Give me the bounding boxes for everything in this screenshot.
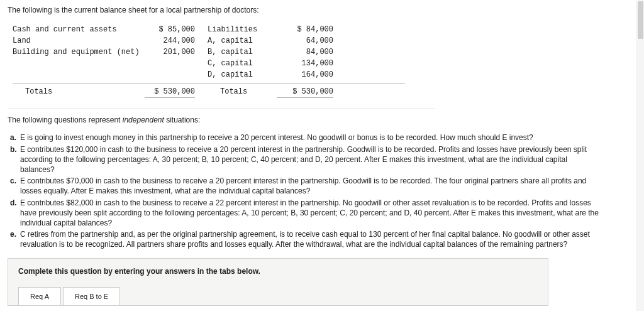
asset-amount: 201,000 <box>145 46 195 58</box>
tab-req-a[interactable]: Req A <box>18 287 61 306</box>
liab-label: C, capital <box>208 58 277 69</box>
liab-label: D, capital <box>208 69 277 80</box>
question-letter: a. <box>10 133 20 143</box>
liab-amount: 84,000 <box>277 46 333 58</box>
question-item: a. E is going to invest enough money in … <box>10 133 599 143</box>
independent-situations-line: The following questions represent indepe… <box>8 115 636 125</box>
liab-amount: $ 84,000 <box>277 24 333 35</box>
question-text: C retires from the partnership and, as p… <box>20 229 599 249</box>
liab-label: A, capital <box>208 35 277 46</box>
independent-italic: independent <box>123 116 164 124</box>
liab-label: Liabilities <box>208 24 277 35</box>
totals-label-right: Totals <box>208 86 277 98</box>
answer-heading: Complete this question by entering your … <box>18 266 538 276</box>
intro-text: The following is the current balance she… <box>8 5 636 15</box>
question-item: d. E contributes $82,000 in cash to the … <box>10 198 599 229</box>
independent-prefix: The following questions represent <box>8 116 123 124</box>
question-letter: b. <box>10 144 20 175</box>
liab-amount: 164,000 <box>277 69 333 80</box>
liab-amount: 134,000 <box>277 58 333 69</box>
totals-label-left: Totals <box>13 86 145 98</box>
asset-label: Land <box>13 35 145 46</box>
liab-label: B, capital <box>208 46 277 58</box>
scrollbar-thumb[interactable] <box>638 1 643 39</box>
answer-tabs-container: Complete this question by entering your … <box>8 258 548 306</box>
question-item: c. E contributes $70,000 in cash to the … <box>10 176 599 196</box>
asset-amount: 244,000 <box>145 35 195 46</box>
independent-suffix: situations: <box>164 116 200 124</box>
question-text: E contributes $120,000 in cash to the bu… <box>20 144 599 175</box>
totals-amount-right: $ 530,000 <box>277 86 333 98</box>
question-letter: d. <box>10 198 20 229</box>
question-text: E contributes $82,000 in cash to the bus… <box>20 198 599 229</box>
tabs-row: Req A Req B to E <box>18 287 538 306</box>
question-text: E is going to invest enough money in thi… <box>20 133 599 143</box>
asset-amount: $ 85,000 <box>145 24 195 35</box>
question-item: b. E contributes $120,000 in cash to the… <box>10 144 599 175</box>
liab-amount: 64,000 <box>277 35 333 46</box>
balance-sheet-table: Cash and current assets $ 85,000 Liabili… <box>8 21 410 102</box>
asset-label: Cash and current assets <box>13 24 145 35</box>
totals-amount-left: $ 530,000 <box>145 86 195 98</box>
question-letter: c. <box>10 176 20 196</box>
question-item: e. C retires from the partnership and, a… <box>10 229 599 249</box>
tab-req-b-to-e[interactable]: Req B to E <box>63 287 120 306</box>
vertical-scrollbar[interactable] <box>636 0 644 311</box>
asset-label: Building and equipment (net) <box>13 46 145 58</box>
question-letter: e. <box>10 229 20 249</box>
question-list: a. E is going to invest enough money in … <box>10 133 599 249</box>
question-text: E contributes $70,000 in cash to the bus… <box>20 176 599 196</box>
